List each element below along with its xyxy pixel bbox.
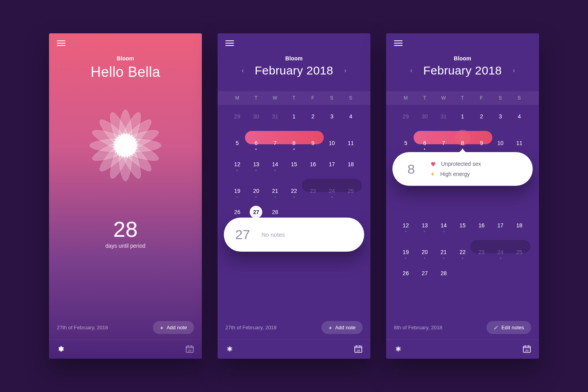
day-cell[interactable]: 28 [434,265,453,281]
edit-notes-button[interactable]: Edit notes [486,321,531,334]
dow: F [472,95,491,101]
day-cell[interactable]: 4 [341,109,360,124]
day-cell[interactable]: 24 [491,244,510,260]
day-cell[interactable]: 29 [396,109,415,124]
day-cell[interactable]: 10 [491,135,510,151]
day-cell[interactable]: 7 [434,135,453,151]
note-item: Unprotected sex [430,161,481,167]
chevron-left-icon[interactable]: ‹ [239,65,247,76]
day-cell[interactable]: 2 [472,109,491,124]
day-cell[interactable]: 16 [472,218,491,233]
day-cell[interactable]: 4 [510,109,529,124]
day-cell[interactable]: 20 [415,244,434,260]
edit-notes-label: Edit notes [501,325,524,330]
day-cell[interactable]: 13 [247,156,265,172]
day-cell[interactable]: 14 [266,156,285,172]
footer: 27th of February, 2018 + Add note 25 [49,316,202,359]
day-cell[interactable]: 1 [453,109,472,124]
month-title: February 2018 [255,64,333,77]
note-card[interactable]: 8 Unprotected sex High energy [392,152,533,186]
calendar-badge: 25 [185,349,195,352]
day-cell[interactable]: 17 [491,218,510,233]
day-cell[interactable]: 11 [341,135,360,151]
day-cell[interactable]: 15 [285,156,303,172]
day-cell[interactable]: 26 [396,265,415,281]
day-cell[interactable]: 22 [453,244,472,260]
day-cell[interactable]: 12 [228,156,247,172]
note-label: High energy [440,171,470,177]
nav-calendar-icon[interactable]: 25 [185,344,195,354]
day-cell[interactable]: 11 [510,135,529,151]
day-cell[interactable]: 6 [247,135,265,151]
nav-home-icon[interactable] [225,344,235,354]
nav-calendar-icon[interactable]: 25 [353,344,363,354]
day-cell[interactable]: 15 [453,218,472,233]
note-card-day: 8 [403,162,420,177]
nav-home-icon[interactable] [56,344,66,354]
day-cell[interactable]: 13 [415,218,434,233]
day-cell[interactable]: 21 [266,183,285,199]
day-cell[interactable]: 22 [285,183,303,199]
day-cell[interactable]: 9 [472,135,491,151]
day-cell[interactable]: 3 [322,109,341,124]
day-cell[interactable]: 19 [396,244,415,260]
note-card[interactable]: 27 No notes [224,218,364,252]
day-cell[interactable]: 25 [341,183,360,199]
tooltip-arrow-icon [459,149,466,152]
day-cell[interactable]: 6 [415,135,434,151]
day-cell[interactable]: 17 [322,156,341,172]
dow: M [228,95,247,101]
dow: W [266,95,285,101]
nav-home-icon[interactable] [393,344,403,354]
day-cell[interactable]: 23 [472,244,491,260]
day-cell[interactable]: 31 [434,109,453,124]
calendar-grid-bottom: 12 13 14 15 16 17 18 19 20 21 22 23 24 2… [386,214,539,281]
day-cell[interactable]: 25 [510,244,529,260]
day-cell[interactable]: 10 [322,135,341,151]
day-cell[interactable]: 5 [228,135,247,151]
day-cell[interactable]: 14 [434,218,453,233]
day-cell[interactable]: 9 [303,135,322,151]
add-note-button[interactable]: + Add note [321,321,363,334]
calendar-grid-top: 29 30 31 1 2 3 4 5 6 7 8 9 10 11 [386,105,539,151]
chevron-left-icon[interactable]: ‹ [407,65,416,76]
add-note-label: Add note [335,325,356,330]
day-cell[interactable]: 18 [341,156,360,172]
chevron-right-icon[interactable]: › [341,65,349,76]
day-cell[interactable]: 8 [285,135,303,151]
dow: F [303,95,322,101]
day-cell[interactable]: 12 [396,218,415,233]
day-cell[interactable]: 16 [303,156,322,172]
dow: S [341,95,360,101]
screen-calendar: Bloom ‹ February 2018 › M T W T F S S 29… [218,33,370,359]
day-cell[interactable]: 31 [266,109,285,124]
menu-icon[interactable] [394,40,403,46]
day-cell[interactable]: 2 [303,109,322,124]
day-cell[interactable]: 5 [396,135,415,151]
day-cell[interactable]: 24 [322,183,341,199]
chevron-right-icon[interactable]: › [510,65,518,76]
day-cell[interactable]: 21 [434,244,453,260]
add-note-button[interactable]: + Add note [153,321,194,334]
menu-icon[interactable] [57,40,65,46]
day-cell[interactable]: 18 [510,218,529,233]
day-cell[interactable]: 7 [266,135,285,151]
flower-icon [74,94,176,196]
dow: S [491,95,510,101]
nav-calendar-icon[interactable]: 25 [522,344,532,354]
dow: T [247,95,265,101]
day-cell[interactable]: 30 [247,109,265,124]
day-cell[interactable]: 20 [247,183,265,199]
day-cell[interactable]: 1 [285,109,303,124]
dow: T [453,95,472,101]
note-label: Unprotected sex [441,161,481,167]
day-cell[interactable]: 27 [415,265,434,281]
app-name: Bloom [218,55,370,62]
day-cell[interactable]: 23 [303,183,322,199]
day-cell[interactable]: 29 [228,109,247,124]
day-cell[interactable]: 19 [228,183,247,199]
day-cell-selected[interactable]: 8 [453,135,472,151]
day-cell[interactable]: 30 [415,109,434,124]
day-cell[interactable]: 3 [491,109,510,124]
menu-icon[interactable] [225,40,234,46]
